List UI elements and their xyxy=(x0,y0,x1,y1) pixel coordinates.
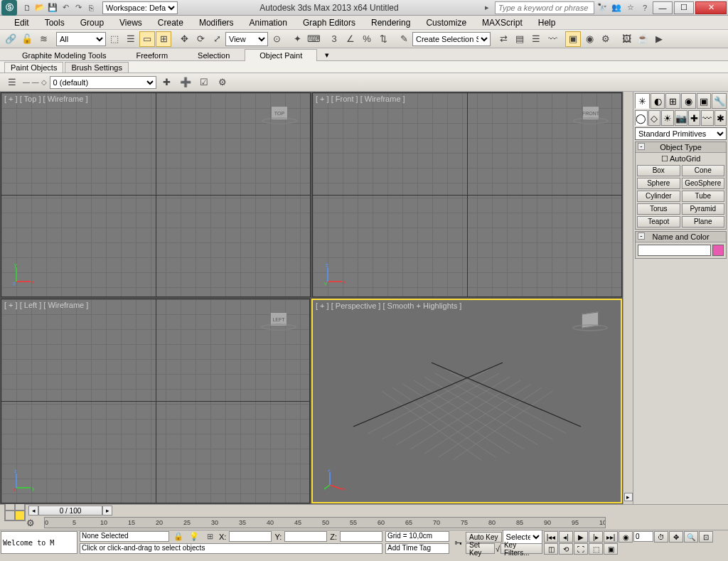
close-button[interactable]: ✕ xyxy=(695,1,727,14)
view-cube[interactable] xyxy=(572,313,608,341)
plane-button[interactable]: Plane xyxy=(682,216,725,228)
set-key-button[interactable]: Set Key xyxy=(466,543,495,554)
viewport-front[interactable]: [ + ] [ Front ] [ Wireframe ] FRONT xzy xyxy=(312,92,622,297)
pivot-icon[interactable]: ⊙ xyxy=(269,31,284,47)
manipulate-icon[interactable]: ✦ xyxy=(289,31,305,47)
spinner-snap-icon[interactable]: ⇅ xyxy=(375,31,391,47)
torus-button[interactable]: Torus xyxy=(637,203,680,215)
rotate-icon[interactable]: ⟳ xyxy=(193,31,208,47)
spacewarps-icon[interactable]: 〰 xyxy=(701,110,714,126)
ribbon-expand-icon[interactable]: ▾ xyxy=(317,48,337,61)
search-input[interactable] xyxy=(495,1,594,14)
autogrid-checkbox[interactable]: ☐ AutoGrid xyxy=(637,154,724,164)
pan-icon[interactable]: ✥ xyxy=(669,531,683,543)
tab-selection[interactable]: Selection xyxy=(183,49,245,61)
menu-group[interactable]: Group xyxy=(80,18,104,28)
bind-icon[interactable]: ≋ xyxy=(36,31,51,47)
play-icon[interactable]: ▶ xyxy=(574,531,588,543)
undo-icon[interactable]: ↶ xyxy=(60,2,71,14)
curve-editor-icon[interactable]: 〰 xyxy=(545,31,560,47)
cameras-icon[interactable]: 📷 xyxy=(675,110,687,126)
save-icon[interactable]: 💾 xyxy=(47,2,58,14)
snap-icon[interactable]: 3 xyxy=(326,31,342,47)
material-editor-icon[interactable]: ◉ xyxy=(582,31,597,47)
orbit-icon[interactable]: ⟲ xyxy=(559,543,573,555)
render-frame-icon[interactable]: 🖼 xyxy=(619,31,634,47)
zoom-icon[interactable]: 🔍 xyxy=(684,531,698,543)
cone-button[interactable]: Cone xyxy=(682,165,725,176)
create-tab-icon[interactable]: ✳ xyxy=(635,93,650,109)
modify-tab-icon[interactable]: ◐ xyxy=(651,93,665,109)
geosphere-button[interactable]: GeoSphere xyxy=(682,178,725,189)
motion-tab-icon[interactable]: ◉ xyxy=(681,93,696,109)
time-slider-handle[interactable]: 0 / 100 xyxy=(38,506,102,515)
view-cube[interactable]: FRONT xyxy=(573,106,609,134)
maxscript-listener[interactable]: Welcome to M xyxy=(1,531,77,554)
zoom-region-icon[interactable]: ⬚ xyxy=(589,543,603,555)
object-name-field[interactable] xyxy=(638,245,711,256)
window-crossing-icon[interactable]: ⊞ xyxy=(156,31,171,47)
unlink-icon[interactable]: 🔓 xyxy=(19,31,35,47)
named-selection-select[interactable]: Create Selection Se xyxy=(412,32,491,46)
ref-coord-select[interactable]: View xyxy=(225,32,268,46)
render-icon[interactable]: ☕ xyxy=(635,31,651,47)
menu-modifiers[interactable]: Modifiers xyxy=(199,18,234,28)
app-logo[interactable]: Ⓢ xyxy=(1,0,17,16)
move-icon[interactable]: ✥ xyxy=(176,31,192,47)
help-icon[interactable]: ? xyxy=(638,1,651,14)
layer-select-icon[interactable]: ☑ xyxy=(196,75,212,90)
layer-new-icon[interactable]: ✚ xyxy=(159,75,175,90)
panel-collapse[interactable]: ▸ xyxy=(623,92,633,504)
key-mode-toggle-icon[interactable]: ◉ xyxy=(619,531,633,543)
minimize-button[interactable]: — xyxy=(653,1,673,14)
menu-edit[interactable]: Edit xyxy=(14,18,29,28)
lock-icon[interactable]: 🔒 xyxy=(172,530,185,543)
viewport-label[interactable]: [ + ] [ Perspective ] [ Smooth + Highlig… xyxy=(316,301,461,310)
menu-maxscript[interactable]: MAXScript xyxy=(482,18,523,28)
subtab-brush-settings[interactable]: Brush Settings xyxy=(65,62,129,73)
selection-filter-select[interactable]: All xyxy=(56,32,106,46)
pyramid-button[interactable]: Pyramid xyxy=(682,203,725,215)
layer-props-icon[interactable]: ⚙ xyxy=(215,75,230,90)
redo-icon[interactable]: ↷ xyxy=(73,2,84,14)
chevron-right-icon[interactable]: ▸ xyxy=(624,493,633,501)
key-filter-icon[interactable]: √ xyxy=(496,545,500,553)
menu-rendering[interactable]: Rendering xyxy=(371,18,410,28)
fov-icon[interactable]: ◫ xyxy=(544,543,558,555)
named-set-edit-icon[interactable]: ✎ xyxy=(396,31,412,47)
render-setup-icon[interactable]: ⚙ xyxy=(598,31,614,47)
sphere-button[interactable]: Sphere xyxy=(637,178,680,189)
tab-graphite[interactable]: Graphite Modeling Tools xyxy=(7,49,121,61)
viewport-label[interactable]: [ + ] [ Top ] [ Wireframe ] xyxy=(4,95,87,103)
rollout-header[interactable]: -Object Type xyxy=(636,142,726,153)
tab-freeform[interactable]: Freeform xyxy=(121,49,183,61)
menu-tools[interactable]: Tools xyxy=(45,18,65,28)
object-color-swatch[interactable] xyxy=(712,245,724,256)
chevron-right-icon[interactable]: ▸ xyxy=(481,1,493,14)
shapes-icon[interactable]: ◇ xyxy=(648,110,661,126)
maximize-button[interactable]: ☐ xyxy=(674,1,694,14)
cylinder-button[interactable]: Cylinder xyxy=(637,191,680,202)
helpers-icon[interactable]: ✚ xyxy=(688,110,701,126)
menu-grapheditors[interactable]: Graph Editors xyxy=(303,18,355,28)
viewport-label[interactable]: [ + ] [ Front ] [ Wireframe ] xyxy=(316,95,405,103)
keyboard-icon[interactable]: ⌨ xyxy=(306,31,321,47)
align-icon[interactable]: ▤ xyxy=(512,31,528,47)
viewport-left[interactable]: [ + ] [ Left ] [ Wireframe ] LEFT yzx xyxy=(1,299,310,503)
workspace-selector[interactable]: Workspace: Default xyxy=(102,1,178,14)
next-frame-icon[interactable]: |▸ xyxy=(589,531,603,543)
key-icon[interactable]: 🗝 xyxy=(454,538,462,547)
render-prod-icon[interactable]: ▶ xyxy=(651,31,667,47)
goto-end-icon[interactable]: ▸▸| xyxy=(604,531,618,543)
zoom-all-icon[interactable]: ▣ xyxy=(604,543,618,555)
x-field[interactable] xyxy=(229,531,272,542)
lights-icon[interactable]: ☀ xyxy=(661,110,674,126)
select-region-icon[interactable]: ▭ xyxy=(139,31,155,47)
time-ruler[interactable]: 0510152025303540455055606570758085909510… xyxy=(44,517,606,528)
schematic-icon[interactable]: ▣ xyxy=(565,31,581,47)
maximize-viewport-icon[interactable]: ⛶ xyxy=(574,543,588,555)
menu-customize[interactable]: Customize xyxy=(426,18,466,28)
layer-icon[interactable]: ☰ xyxy=(4,75,20,90)
key-filters-button[interactable]: Key Filters... xyxy=(500,543,542,554)
workspace-select[interactable]: Workspace: Default xyxy=(102,1,178,14)
